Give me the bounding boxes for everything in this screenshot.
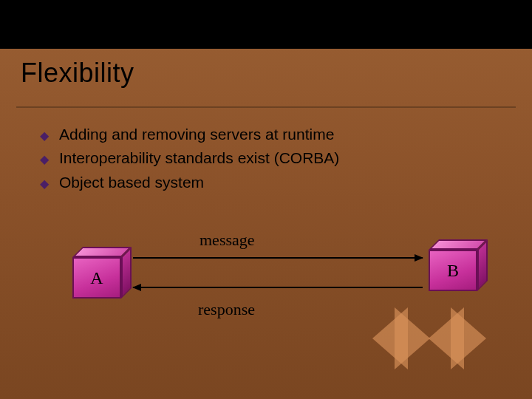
cube-a: A xyxy=(72,257,121,299)
bullet-list: ◆ Adding and removing servers at runtime… xyxy=(40,124,454,196)
bullet-diamond-icon: ◆ xyxy=(40,128,49,144)
bullet-diamond-icon: ◆ xyxy=(40,176,49,192)
bullet-text: Adding and removing servers at runtime xyxy=(59,124,334,145)
bullet-text: Interoperability standards exist (CORBA) xyxy=(59,148,339,168)
title-underline xyxy=(16,106,516,108)
arrow-label-message: message xyxy=(200,231,255,250)
diagram: message A B response xyxy=(0,222,532,369)
bullet-item: ◆ Adding and removing servers at runtime xyxy=(40,124,454,145)
cube-a-label: A xyxy=(74,259,120,297)
arrow-message xyxy=(133,257,423,259)
slide-title: Flexibility xyxy=(16,52,516,89)
arrow-label-response: response xyxy=(198,300,255,319)
cube-b: B xyxy=(429,250,477,291)
bullet-text: Object based system xyxy=(59,172,204,193)
title-box: Flexibility xyxy=(16,52,516,106)
bullet-diamond-icon: ◆ xyxy=(40,151,49,168)
cube-b-label: B xyxy=(430,251,476,290)
arrow-response xyxy=(133,287,423,288)
bullet-item: ◆ Interoperability standards exist (CORB… xyxy=(40,148,454,168)
slide: Flexibility ◆ Adding and removing server… xyxy=(0,0,532,399)
bullet-item: ◆ Object based system xyxy=(40,172,454,193)
top-black-band xyxy=(0,0,532,49)
